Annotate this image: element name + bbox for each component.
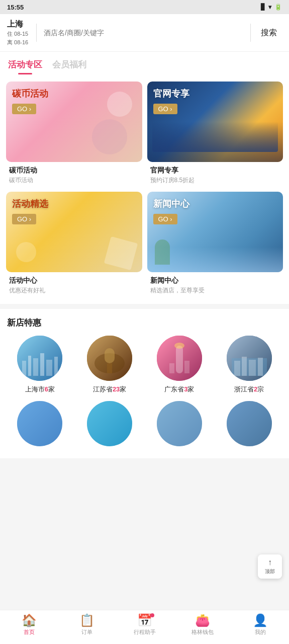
promo-overlay-3: 活动精选 GO ›: [6, 192, 142, 272]
promo-grid: 碳币活动 GO › 碳币活动 碳币活动 官网专享 GO ›: [0, 74, 289, 304]
back-top-label: 顶部: [265, 568, 275, 575]
tab-activity-zone[interactable]: 活动专区: [8, 59, 42, 74]
city-label-zhejiang: 浙江省2宗: [234, 385, 264, 394]
tab-member-benefits[interactable]: 会员福利: [52, 59, 86, 74]
city-item-zhejiang[interactable]: 浙江省2宗: [216, 336, 282, 394]
orders-icon: 📋: [79, 614, 94, 626]
svg-rect-25: [227, 401, 272, 446]
svg-rect-15: [184, 361, 189, 373]
search-button[interactable]: 搜索: [256, 28, 282, 38]
promo-card-1[interactable]: 碳币活动 GO › 碳币活动 碳币活动: [6, 82, 142, 187]
nav-orders-label: 订单: [81, 628, 92, 636]
nav-wallet[interactable]: 👛 格林钱包: [173, 614, 231, 636]
new-store-section: 新店特惠 上海市6家: [0, 309, 289, 458]
search-divider: [250, 24, 251, 42]
city-block[interactable]: 上海 住 08-15 离 08-16: [7, 19, 29, 46]
nav-trip-label: 行程助手: [134, 628, 156, 636]
promo-name-2: 官网专享: [150, 166, 280, 175]
svg-rect-2: [28, 356, 31, 376]
promo-overlay-4: 新闻中心 GO ›: [147, 192, 283, 272]
city-circle-5: [17, 401, 62, 446]
svg-rect-12: [176, 346, 183, 373]
promo-card-3[interactable]: 活动精选 GO › 活动中心 优惠还有好礼: [6, 192, 142, 297]
nav-orders[interactable]: 📋 订单: [58, 614, 116, 636]
go-btn-1[interactable]: GO ›: [12, 104, 36, 114]
home-icon: 🏠: [22, 614, 37, 626]
city-item-7[interactable]: [147, 401, 213, 450]
go-btn-2[interactable]: GO ›: [153, 104, 177, 114]
promo-card-4-inner[interactable]: 新闻中心 GO ›: [147, 192, 283, 272]
tab-bar: 活动专区 会员福利: [0, 52, 289, 74]
wallet-icon: 👛: [195, 614, 210, 626]
promo-info-3: 活动中心 优惠还有好礼: [6, 272, 142, 297]
main-content: 活动专区 会员福利 碳币活动 GO › 碳币活动: [0, 52, 289, 304]
promo-desc-3: 优惠还有好礼: [9, 286, 139, 295]
go-btn-3[interactable]: GO ›: [12, 214, 36, 224]
battery-icon: 🔋: [274, 4, 282, 11]
promo-title-1: 碳币活动: [12, 88, 136, 100]
promo-overlay-1: 碳币活动 GO ›: [6, 82, 142, 162]
promo-title-2: 官网专享: [153, 88, 277, 100]
svg-rect-21: [258, 358, 263, 376]
svg-rect-9: [105, 348, 115, 363]
svg-point-13: [174, 343, 184, 349]
city-item-6[interactable]: [77, 401, 143, 450]
promo-title-3: 活动精选: [12, 198, 136, 210]
city-name[interactable]: 上海: [7, 19, 29, 30]
city-circle-zhejiang: [227, 336, 272, 381]
nav-home[interactable]: 🏠 首页: [0, 614, 58, 636]
city-item-guangdong[interactable]: 广东省3家: [147, 336, 213, 394]
mine-icon: 👤: [253, 614, 268, 626]
svg-rect-19: [242, 357, 247, 376]
city-circle-guangdong: [157, 336, 202, 381]
go-btn-4[interactable]: GO ›: [153, 214, 177, 224]
svg-rect-6: [54, 357, 58, 376]
svg-rect-22: [17, 401, 62, 446]
svg-rect-10: [107, 363, 112, 373]
city-circle-8: [227, 401, 272, 446]
nav-mine[interactable]: 👤 我的: [231, 614, 289, 636]
nav-trip[interactable]: 📅 行程助手: [116, 614, 173, 636]
city-circle-6: [87, 401, 132, 446]
city-circle-shanghai: [17, 336, 62, 381]
svg-rect-5: [46, 360, 52, 376]
search-input[interactable]: [44, 24, 245, 42]
back-to-top-button[interactable]: ↑ 顶部: [258, 554, 282, 579]
svg-rect-3: [33, 358, 38, 376]
header: 上海 住 08-15 离 08-16 搜索: [0, 14, 289, 52]
promo-name-3: 活动中心: [9, 276, 139, 285]
svg-rect-24: [157, 401, 202, 446]
back-top-arrow: ↑: [268, 558, 272, 567]
city-label-jiangsu: 江苏省23家: [93, 385, 126, 394]
svg-rect-23: [87, 401, 132, 446]
promo-card-2[interactable]: 官网专享 GO › 官网专享 预约订房8.5折起: [147, 82, 283, 187]
trip-badge-dot: [150, 613, 154, 617]
promo-img-4: 新闻中心 GO ›: [147, 192, 283, 272]
svg-rect-4: [40, 353, 44, 376]
checkout-date: 离 08-16: [7, 38, 29, 47]
city-item-jiangsu[interactable]: 江苏省23家: [77, 336, 143, 394]
promo-card-4[interactable]: 新闻中心 GO › 新闻中心 精选酒店，至尊享受: [147, 192, 283, 297]
new-store-title: 新店特惠: [7, 317, 282, 329]
promo-img-2: 官网专享 GO ›: [147, 82, 283, 162]
promo-desc-1: 碳币活动: [9, 176, 139, 185]
wifi-icon: ▾: [268, 4, 271, 11]
nav-mine-label: 我的: [255, 628, 266, 636]
promo-name-4: 新闻中心: [150, 276, 280, 285]
dates: 住 08-15 离 08-16: [7, 30, 29, 46]
nav-wallet-label: 格林钱包: [191, 628, 214, 636]
promo-name-1: 碳币活动: [9, 166, 139, 175]
nav-home-label: 首页: [24, 628, 35, 636]
promo-info-4: 新闻中心 精选酒店，至尊享受: [147, 272, 283, 297]
city-item-8[interactable]: [216, 401, 282, 450]
promo-card-1-inner[interactable]: 碳币活动 GO ›: [6, 82, 142, 162]
promo-card-3-inner[interactable]: 活动精选 GO ›: [6, 192, 142, 272]
promo-img-1: 碳币活动 GO ›: [6, 82, 142, 162]
city-item-shanghai[interactable]: 上海市6家: [7, 336, 73, 394]
svg-rect-18: [234, 361, 240, 376]
city-circle-7: [157, 401, 202, 446]
promo-card-2-inner[interactable]: 官网专享 GO ›: [147, 82, 283, 162]
city-item-5[interactable]: [7, 401, 73, 450]
promo-overlay-2: 官网专享 GO ›: [147, 82, 283, 162]
svg-rect-20: [249, 360, 256, 376]
